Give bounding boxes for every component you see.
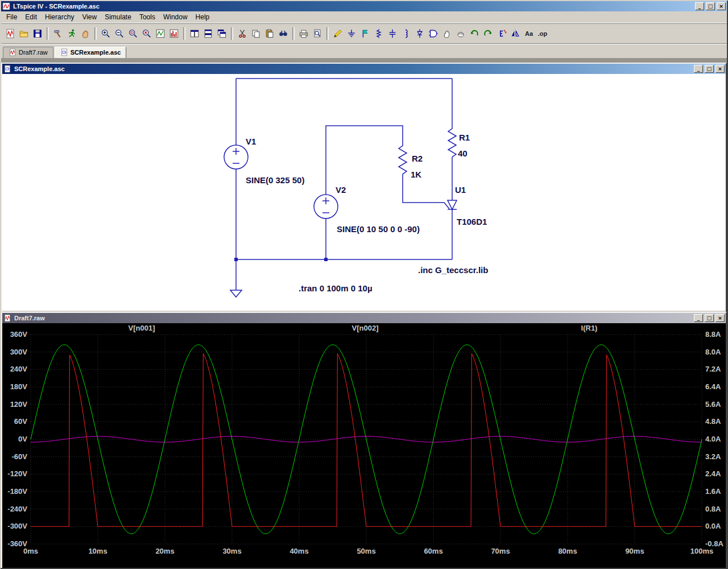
zoom-area-icon xyxy=(128,28,138,39)
cut-button[interactable] xyxy=(235,27,249,40)
component-v2[interactable] xyxy=(314,195,338,218)
rotate-icon xyxy=(497,28,507,39)
schematic-close-button[interactable]: × xyxy=(715,65,725,73)
net-label-button[interactable] xyxy=(358,27,372,40)
minimize-button[interactable]: _ xyxy=(695,2,704,10)
diode-button[interactable] xyxy=(413,27,427,40)
waveform-plot[interactable]: 360V300V240V180V120V60V0V-60V-120V-180V-… xyxy=(2,323,726,569)
save-button[interactable] xyxy=(31,27,44,40)
menu-simulate[interactable]: Simulate xyxy=(101,12,135,22)
spice-directive-button[interactable]: .op xyxy=(536,27,549,40)
r1-name-label[interactable]: R1 xyxy=(459,133,470,142)
v2-name-label[interactable]: V2 xyxy=(336,185,346,195)
zoom-out-button[interactable] xyxy=(113,27,126,40)
print-button[interactable] xyxy=(297,27,311,40)
u1-value-label[interactable]: T106D1 xyxy=(457,217,487,226)
menu-tools[interactable]: Tools xyxy=(135,12,159,22)
tab-bar: Draft7.rawSCRexample.asc xyxy=(1,44,727,58)
fft-button[interactable] xyxy=(167,27,181,40)
menu-hierarchy[interactable]: Hierarchy xyxy=(41,12,78,22)
paste-button[interactable] xyxy=(263,27,276,40)
undo-icon xyxy=(469,28,479,39)
tran-directive[interactable]: .tran 0 100m 0 10µ xyxy=(299,283,373,293)
run-simulation-button[interactable] xyxy=(65,27,78,40)
redo-icon xyxy=(483,28,493,39)
schematic-restore-button[interactable]: □ xyxy=(705,65,714,73)
drag-button[interactable] xyxy=(454,27,468,40)
save-icon xyxy=(32,28,43,39)
component-u1[interactable] xyxy=(448,198,457,209)
y-left-tick: 240V xyxy=(10,365,28,373)
y-left-tick: -300V xyxy=(7,522,27,530)
halt-simulation-button[interactable] xyxy=(78,27,92,40)
v1-name-label[interactable]: V1 xyxy=(246,137,256,146)
x-tick: 40ms xyxy=(289,547,308,555)
print-preview-button[interactable] xyxy=(311,27,324,40)
new-schematic-button[interactable] xyxy=(3,27,17,40)
menu-file[interactable]: File xyxy=(2,12,21,22)
menu-view[interactable]: View xyxy=(78,12,101,22)
mirror-button[interactable] xyxy=(508,27,522,40)
undo-button[interactable] xyxy=(468,27,481,40)
zoom-area-button[interactable] xyxy=(126,27,140,40)
plot-bars-icon xyxy=(169,28,179,39)
ground-button[interactable] xyxy=(345,27,358,40)
halt-icon xyxy=(80,28,90,39)
inductor-button[interactable] xyxy=(399,27,413,40)
control-panel-button[interactable] xyxy=(51,27,65,40)
open-file-button[interactable] xyxy=(17,27,31,40)
pencil-icon xyxy=(333,28,343,39)
cascade-windows-button[interactable] xyxy=(215,27,229,40)
v1-value-label[interactable]: SINE(0 325 50) xyxy=(246,175,304,185)
rotate-button[interactable] xyxy=(495,27,508,40)
component-r1[interactable] xyxy=(448,127,456,167)
y-left-tick: 180V xyxy=(10,382,28,391)
text-button[interactable]: Aa xyxy=(522,27,536,40)
menu-help[interactable]: Help xyxy=(192,12,214,22)
component-button[interactable] xyxy=(427,27,440,40)
capacitor-button[interactable] xyxy=(386,27,399,40)
resistor-button[interactable] xyxy=(372,27,386,40)
zoom-in-button[interactable] xyxy=(99,27,113,40)
u1-name-label[interactable]: U1 xyxy=(455,185,466,195)
mdi-area: SCRexample.asc _ □ × xyxy=(1,58,727,569)
waveform-restore-button[interactable]: □ xyxy=(705,314,714,322)
v2-value-label[interactable]: SINE(0 10 50 0 0 -90) xyxy=(337,224,420,234)
tab-screxample-asc[interactable]: SCRexample.asc xyxy=(55,47,127,58)
component-v1[interactable] xyxy=(224,145,248,169)
ground-symbol xyxy=(230,290,242,297)
schematic-doc-icon xyxy=(3,65,11,73)
r2-name-label[interactable]: R2 xyxy=(412,154,423,163)
move-button[interactable] xyxy=(440,27,454,40)
wire-button[interactable] xyxy=(331,27,345,40)
schematic-canvas[interactable]: V1 SINE(0 325 50) V2 SINE(0 10 50 0 0 -9… xyxy=(2,74,726,311)
waveform-close-button[interactable]: × xyxy=(715,314,725,322)
autorange-y-button[interactable] xyxy=(154,27,167,40)
waveform-minimize-button[interactable]: _ xyxy=(694,314,703,322)
menu-edit[interactable]: Edit xyxy=(21,12,41,22)
x-tick: 80ms xyxy=(558,547,577,555)
zoom-full-extents-button[interactable] xyxy=(140,27,154,40)
schematic-minimize-button[interactable]: _ xyxy=(694,65,703,73)
doc-wave-icon xyxy=(5,28,15,39)
menu-window[interactable]: Window xyxy=(159,12,192,22)
find-button[interactable] xyxy=(276,27,290,40)
component-r2[interactable] xyxy=(399,144,407,184)
window-title: LTspice IV - SCRexample.asc xyxy=(12,3,693,10)
schematic-title-bar: SCRexample.asc _ □ × xyxy=(2,64,726,74)
r1-value-label[interactable]: 40 xyxy=(458,149,468,158)
copy-button[interactable] xyxy=(249,27,263,40)
toolbar-separator xyxy=(47,27,49,40)
tab-draft7-raw[interactable]: Draft7.raw xyxy=(3,47,53,58)
close-button[interactable]: × xyxy=(717,2,726,10)
waveform-title-bar: Draft7.raw _ □ × xyxy=(2,313,726,323)
include-directive[interactable]: .inc G_teccscr.lib xyxy=(418,265,488,275)
tile-vertically-button[interactable] xyxy=(188,27,201,40)
print-icon xyxy=(299,28,309,39)
mirror-icon xyxy=(510,28,520,39)
tile-horizontally-button[interactable] xyxy=(201,27,215,40)
r2-value-label[interactable]: 1K xyxy=(411,170,421,179)
app-window: LTspice IV - SCRexample.asc _ □ × FileEd… xyxy=(0,0,728,569)
redo-button[interactable] xyxy=(481,27,495,40)
restore-button[interactable]: □ xyxy=(706,2,715,10)
